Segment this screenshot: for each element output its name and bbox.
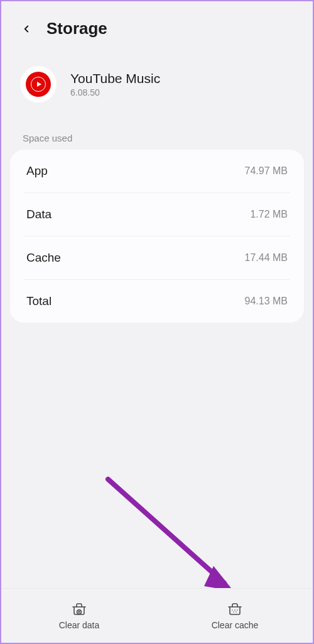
storage-row-cache: Cache 17.44 MB [24,236,290,280]
row-label: Data [26,208,51,221]
space-used-card: App 74.97 MB Data 1.72 MB Cache 17.44 MB… [10,150,304,323]
bottom-action-bar: Clear data Clear cache [1,588,313,643]
storage-row-app: App 74.97 MB [24,150,290,193]
annotation-arrow [102,473,240,599]
row-value: 1.72 MB [250,209,288,220]
back-button[interactable] [19,21,34,36]
row-value: 74.97 MB [245,165,288,177]
storage-row-total: Total 94.13 MB [24,280,290,323]
trash-data-icon [71,600,87,616]
app-icon [20,66,57,103]
chevron-left-icon [21,23,32,35]
clear-cache-button[interactable]: Clear cache [157,589,313,643]
clear-data-button[interactable]: Clear data [1,589,157,643]
clear-data-label: Clear data [59,620,100,630]
clear-cache-label: Clear cache [212,620,259,630]
app-version: 6.08.50 [70,87,160,97]
page-title: Storage [46,19,107,38]
space-used-header: Space used [1,121,313,150]
app-info-section: YouTube Music 6.08.50 [1,51,313,121]
row-label: Total [26,294,51,308]
row-label: App [26,164,48,178]
row-value: 17.44 MB [245,252,288,264]
svg-line-0 [108,479,224,583]
row-value: 94.13 MB [245,296,288,307]
app-name: YouTube Music [70,71,160,86]
youtube-music-icon [26,72,51,97]
trash-cache-icon [227,600,243,616]
row-label: Cache [26,251,61,265]
storage-row-data: Data 1.72 MB [24,193,290,236]
